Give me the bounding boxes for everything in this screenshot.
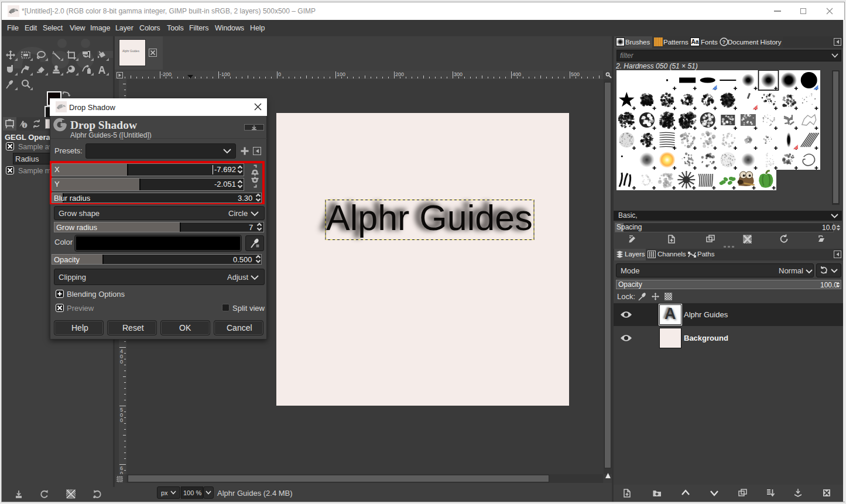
svg-text:0: 0	[120, 359, 123, 365]
svg-text:0: 0	[278, 71, 281, 77]
svg-text:500: 500	[571, 71, 580, 77]
svg-text:-200: -200	[161, 71, 172, 77]
svg-text:-100: -100	[220, 71, 230, 77]
svg-text:?: ?	[722, 39, 726, 45]
svg-text:200: 200	[395, 71, 404, 77]
svg-text:100: 100	[337, 71, 345, 77]
svg-text:0: 0	[120, 417, 123, 423]
svg-text:300: 300	[454, 71, 463, 77]
svg-text:400: 400	[512, 71, 521, 77]
